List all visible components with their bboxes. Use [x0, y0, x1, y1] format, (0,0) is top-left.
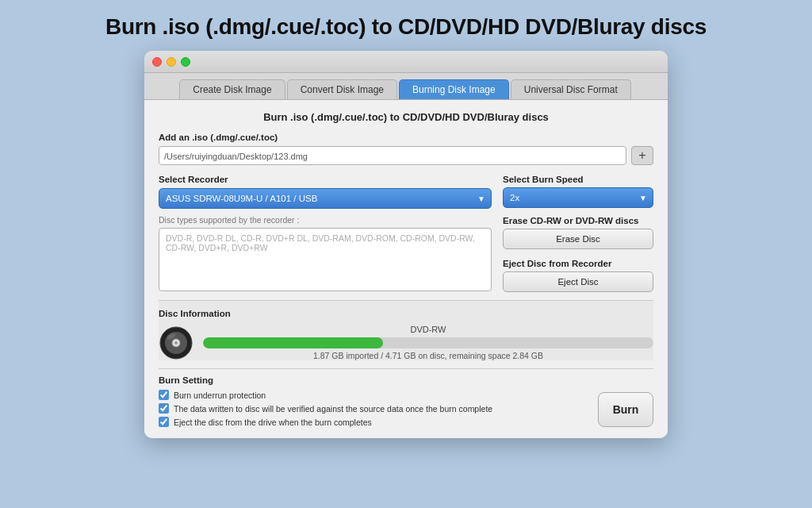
- speed-select-wrapper: 2x ▼: [503, 187, 653, 208]
- recorder-select-wrapper: ASUS SDRW-08U9M-U / A101 / USB ▼: [159, 188, 492, 209]
- checkboxes: Burn underrun protection The data writte…: [159, 390, 492, 427]
- file-row: /Users/ruiyingduan/Desktop/123.dmg +: [159, 146, 653, 165]
- disc-types-label: Disc types supported by the recorder :: [159, 215, 492, 225]
- checkbox-underrun-input[interactable]: [159, 390, 169, 400]
- app-window: Create Disk Image Convert Disk Image Bur…: [144, 51, 668, 438]
- erase-section: Erase CD-RW or DVD-RW discs Erase Disc: [503, 216, 653, 249]
- burn-speed-label: Select Burn Speed: [503, 175, 653, 184]
- titlebar: [144, 51, 668, 73]
- erase-label: Erase CD-RW or DVD-RW discs: [503, 216, 653, 225]
- close-button[interactable]: [152, 57, 162, 67]
- burn-button[interactable]: Burn: [598, 392, 653, 427]
- checkbox-eject[interactable]: Eject the disc from the drive when the b…: [159, 417, 492, 427]
- left-column: Select Recorder ASUS SDRW-08U9M-U / A101…: [159, 175, 492, 292]
- tab-burning-disk-image[interactable]: Burning Disk Image: [399, 79, 509, 99]
- burn-setting-section: Burn Setting Burn underrun protection Th…: [159, 368, 653, 427]
- right-column: Select Burn Speed 2x ▼ Erase CD-RW or DV…: [503, 175, 653, 292]
- eject-disc-button[interactable]: Eject Disc: [503, 271, 653, 292]
- checkbox-underrun[interactable]: Burn underrun protection: [159, 390, 492, 400]
- svg-point-3: [174, 341, 178, 344]
- checkbox-verify[interactable]: The data written to disc will be verifie…: [159, 403, 492, 414]
- content-area: Burn .iso (.dmg/.cue/.toc) to CD/DVD/HD …: [144, 99, 668, 438]
- checkbox-eject-label: Eject the disc from the drive when the b…: [174, 418, 372, 427]
- add-file-button[interactable]: +: [631, 146, 653, 165]
- tab-universal-disc-format[interactable]: Universal Disc Format: [511, 79, 631, 99]
- traffic-lights: [152, 57, 190, 67]
- burn-speed-section: Select Burn Speed 2x ▼: [503, 175, 653, 208]
- disc-types-text: DVD-R, DVD-R DL, CD-R, DVD+R DL, DVD-RAM…: [166, 233, 475, 252]
- eject-label: Eject Disc from Recorder: [503, 259, 653, 268]
- disc-types-box: DVD-R, DVD-R DL, CD-R, DVD+R DL, DVD-RAM…: [159, 228, 492, 291]
- tab-bar: Create Disk Image Convert Disk Image Bur…: [144, 73, 668, 99]
- recorder-label: Select Recorder: [159, 175, 492, 184]
- progress-bar-fill: [203, 337, 383, 348]
- burn-speed-select[interactable]: 2x: [503, 187, 653, 208]
- disc-info-text: 1.87 GB imported / 4.71 GB on disc, rema…: [203, 351, 653, 360]
- file-path-display: /Users/ruiyingduan/Desktop/123.dmg: [159, 146, 626, 165]
- file-section-label: Add an .iso (.dmg/.cue/.toc): [159, 133, 653, 142]
- tab-create-disk-image[interactable]: Create Disk Image: [179, 79, 285, 99]
- burn-setting-label: Burn Setting: [159, 375, 653, 385]
- progress-bar-background: [203, 337, 653, 348]
- checkbox-verify-input[interactable]: [159, 403, 169, 414]
- main-columns: Select Recorder ASUS SDRW-08U9M-U / A101…: [159, 175, 653, 292]
- disc-info-row: DVD-RW 1.87 GB imported / 4.71 GB on dis…: [159, 325, 653, 360]
- window-subtitle: Burn .iso (.dmg/.cue/.toc) to CD/DVD/HD …: [159, 111, 653, 123]
- checkbox-verify-label: The data written to disc will be verifie…: [174, 404, 492, 414]
- disc-progress-area: DVD-RW 1.87 GB imported / 4.71 GB on dis…: [203, 325, 653, 360]
- recorder-select[interactable]: ASUS SDRW-08U9M-U / A101 / USB: [159, 188, 492, 209]
- disc-icon: [159, 325, 193, 360]
- checkbox-eject-input[interactable]: [159, 417, 169, 427]
- page-title: Burn .iso (.dmg/.cue/.toc) to CD/DVD/HD …: [105, 14, 707, 40]
- disc-type-name: DVD-RW: [203, 325, 653, 334]
- erase-disc-button[interactable]: Erase Disc: [503, 229, 653, 249]
- checkbox-underrun-label: Burn underrun protection: [174, 391, 266, 400]
- tab-convert-disk-image[interactable]: Convert Disk Image: [287, 79, 397, 99]
- eject-section: Eject Disc from Recorder Eject Disc: [503, 259, 653, 292]
- disc-info-section: Disc Information DVD-RW: [159, 300, 653, 360]
- burn-setting-row: Burn underrun protection The data writte…: [159, 390, 653, 427]
- maximize-button[interactable]: [181, 57, 190, 67]
- minimize-button[interactable]: [167, 57, 176, 67]
- disc-info-label: Disc Information: [159, 309, 653, 318]
